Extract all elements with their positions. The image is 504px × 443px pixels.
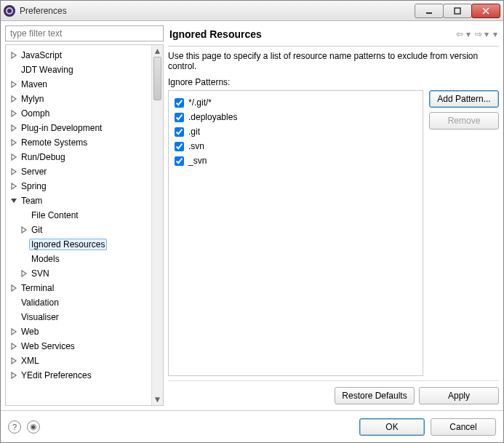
chevron-right-icon[interactable] [9, 343, 19, 350]
patterns-list[interactable]: */.git/*.deployables.git.svn_svn [168, 90, 423, 376]
chevron-right-icon[interactable] [9, 168, 19, 175]
tree-item[interactable]: Oomph [6, 106, 151, 121]
chevron-right-icon[interactable] [9, 52, 19, 59]
tree-item[interactable]: File Content [6, 208, 151, 223]
pattern-item[interactable]: .git [175, 124, 417, 139]
tree-item[interactable]: Spring [6, 179, 151, 193]
chevron-right-icon[interactable] [9, 328, 19, 335]
scroll-up-arrow[interactable]: ▲ [152, 45, 163, 57]
pattern-checkbox[interactable] [175, 156, 184, 166]
pattern-item[interactable]: .svn [175, 139, 417, 153]
tree-item-label: File Content [29, 209, 81, 221]
chevron-right-icon[interactable] [9, 183, 19, 190]
chevron-right-icon[interactable] [9, 95, 19, 103]
menu-icon[interactable]: ▾ [493, 29, 497, 39]
tree-item[interactable]: Mylyn [6, 92, 151, 106]
forward-icon[interactable]: ⇨ ▾ [475, 29, 489, 39]
remove-button[interactable]: Remove [429, 112, 499, 129]
scroll-thumb[interactable] [153, 57, 161, 100]
tree-item[interactable]: Remote Systems [6, 135, 151, 150]
scroll-down-arrow[interactable]: ▼ [152, 394, 163, 405]
tree-item[interactable]: XML [6, 354, 151, 368]
tree-item[interactable]: SVN [6, 266, 151, 281]
pattern-item[interactable]: _svn [175, 153, 417, 168]
tree-item-label: Visualiser [19, 311, 61, 323]
titlebar: Preferences [1, 1, 503, 21]
chevron-right-icon[interactable] [9, 284, 19, 292]
tree-item[interactable]: Ignored Resources [6, 237, 151, 252]
pattern-checkbox[interactable] [175, 98, 184, 108]
apply-button[interactable]: Apply [419, 387, 499, 404]
tree-item-label: Web [19, 326, 41, 338]
page-title: Ignored Resources [169, 28, 456, 40]
cancel-button[interactable]: Cancel [431, 418, 496, 436]
tree-item[interactable]: Visualiser [6, 310, 151, 324]
tree-scrollbar[interactable]: ▲ ▼ [151, 45, 163, 405]
pattern-checkbox[interactable] [175, 142, 184, 151]
pattern-checkbox[interactable] [175, 127, 184, 137]
maximize-button[interactable] [443, 4, 472, 18]
tree-item[interactable]: Plug-in Development [6, 121, 151, 135]
progress-icon[interactable]: ◉ [27, 420, 40, 434]
tree-item[interactable]: Terminal [6, 281, 151, 295]
right-panel: Ignored Resources ⇦ ▾ ⇨ ▾ ▾ Use this pag… [168, 25, 499, 406]
tree-item[interactable]: YEdit Preferences [6, 368, 151, 383]
left-panel: JavaScriptJDT WeavingMavenMylynOomphPlug… [5, 25, 164, 406]
tree-item[interactable]: Maven [6, 77, 151, 92]
dialog-button-bar: ? ◉ OK Cancel [1, 410, 503, 442]
ok-button[interactable]: OK [359, 418, 425, 436]
preferences-tree[interactable]: JavaScriptJDT WeavingMavenMylynOomphPlug… [6, 45, 151, 405]
chevron-right-icon[interactable] [9, 372, 19, 379]
eclipse-icon [4, 5, 15, 17]
tree-item-label: Terminal [19, 282, 56, 294]
tree-item-label: Validation [19, 297, 61, 308]
page-footer: Restore Defaults Apply [168, 380, 499, 406]
chevron-right-icon[interactable] [9, 153, 19, 161]
tree-item[interactable]: Models [6, 252, 151, 266]
chevron-right-icon[interactable] [19, 270, 29, 277]
tree-item-label: Server [19, 166, 49, 177]
tree-item[interactable]: Run/Debug [6, 150, 151, 164]
chevron-right-icon[interactable] [9, 81, 19, 88]
tree-item-label: Remote Systems [19, 137, 89, 148]
pattern-item[interactable]: .deployables [175, 110, 417, 124]
page-description: Use this page to specify a list of resou… [168, 51, 499, 71]
filter-input[interactable] [5, 25, 164, 41]
tree-item[interactable]: Team [6, 193, 151, 208]
chevron-right-icon[interactable] [9, 110, 19, 117]
chevron-right-icon[interactable] [9, 124, 19, 132]
tree-item[interactable]: Server [6, 164, 151, 179]
tree-item-label: Spring [19, 180, 49, 192]
chevron-right-icon[interactable] [9, 139, 19, 146]
tree-item-label: Run/Debug [19, 151, 68, 163]
tree-item[interactable]: Validation [6, 295, 151, 310]
pattern-item[interactable]: */.git/* [175, 95, 417, 110]
tree-item[interactable]: JavaScript [6, 48, 151, 63]
pattern-checkbox[interactable] [175, 113, 184, 122]
chevron-right-icon[interactable] [19, 226, 29, 234]
help-icons: ? ◉ [8, 420, 40, 434]
add-pattern-button[interactable]: Add Pattern... [429, 90, 499, 108]
chevron-down-icon[interactable] [9, 197, 19, 204]
tree-item[interactable]: Git [6, 223, 151, 237]
tree-item[interactable]: JDT Weaving [6, 63, 151, 77]
tree-item-label: Oomph [19, 108, 52, 119]
page-nav: ⇦ ▾ ⇨ ▾ ▾ [456, 29, 497, 39]
minimize-button[interactable] [415, 4, 444, 18]
pattern-label: */.git/* [188, 97, 212, 108]
back-icon[interactable]: ⇦ ▾ [456, 29, 470, 39]
help-icon[interactable]: ? [8, 420, 21, 434]
tree-item[interactable]: Web Services [6, 339, 151, 354]
tree-item-label: Models [29, 253, 62, 265]
tree-item-label: Web Services [19, 340, 77, 352]
patterns-row: */.git/*.deployables.git.svn_svn Add Pat… [168, 90, 499, 376]
preferences-tree-container: JavaScriptJDT WeavingMavenMylynOomphPlug… [5, 44, 164, 406]
tree-item[interactable]: Web [6, 324, 151, 339]
window-controls [415, 4, 500, 18]
restore-defaults-button[interactable]: Restore Defaults [335, 387, 415, 404]
pattern-label: .svn [188, 141, 204, 151]
patterns-label: Ignore Patterns: [168, 77, 499, 87]
chevron-right-icon[interactable] [9, 357, 19, 364]
close-button[interactable] [471, 4, 500, 18]
tree-item-label: JavaScript [19, 49, 64, 61]
